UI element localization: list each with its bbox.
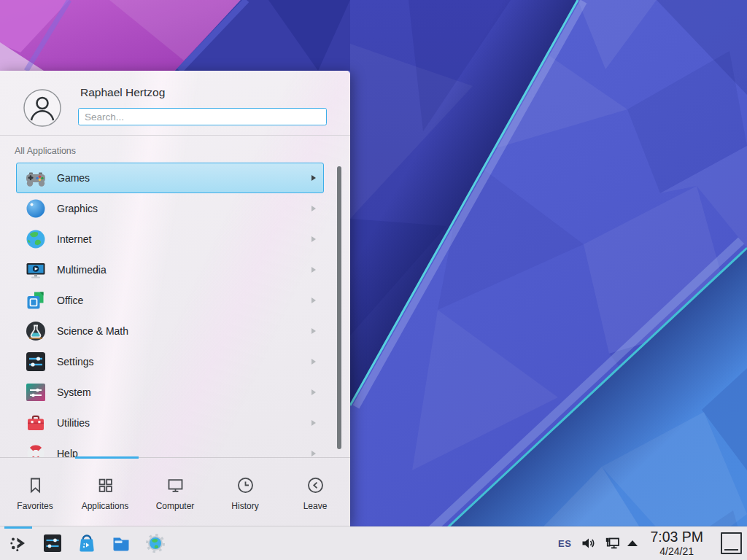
lifebuoy-icon bbox=[24, 442, 47, 457]
submenu-arrow-icon bbox=[311, 175, 316, 181]
tab-label: Applications bbox=[82, 501, 129, 511]
submenu-arrow-icon bbox=[311, 267, 316, 273]
system-tray: ES bbox=[558, 530, 747, 557]
launcher-button[interactable] bbox=[6, 526, 31, 560]
tab-applications[interactable]: Applications bbox=[70, 459, 140, 526]
application-launcher: Raphael Hertzog All Applications Games bbox=[0, 71, 350, 526]
digital-clock[interactable]: 7:03 PM 4/24/21 bbox=[650, 530, 703, 557]
caret-up-icon bbox=[627, 540, 638, 546]
category-item-multimedia[interactable]: Multimedia bbox=[16, 254, 324, 285]
clock-icon bbox=[236, 475, 255, 495]
category-label: Office bbox=[57, 295, 311, 306]
submenu-arrow-icon bbox=[311, 206, 316, 211]
submenu-arrow-icon bbox=[311, 298, 316, 303]
search-input[interactable] bbox=[78, 108, 327, 125]
volume-tray-item[interactable] bbox=[580, 536, 596, 551]
leave-circle-icon bbox=[306, 475, 325, 495]
category-label: Internet bbox=[57, 233, 311, 245]
user-name: Raphael Hertzog bbox=[80, 86, 165, 99]
tab-history[interactable]: History bbox=[210, 459, 280, 526]
speaker-icon bbox=[580, 536, 596, 551]
submenu-arrow-icon bbox=[311, 236, 316, 242]
category-item-graphics[interactable]: Graphics bbox=[16, 193, 324, 224]
category-label: Utilities bbox=[57, 417, 311, 429]
user-avatar-icon[interactable] bbox=[23, 89, 61, 127]
active-tab-indicator bbox=[75, 456, 139, 459]
submenu-arrow-icon bbox=[311, 420, 316, 426]
network-tray-item[interactable] bbox=[604, 536, 621, 551]
discover-icon bbox=[76, 532, 98, 554]
tab-computer[interactable]: Computer bbox=[140, 459, 210, 526]
keyboard-layout-indicator[interactable]: ES bbox=[558, 538, 571, 549]
category-label: Multimedia bbox=[57, 264, 311, 276]
category-item-office[interactable]: Office bbox=[16, 285, 324, 316]
clock-time: 7:03 PM bbox=[650, 530, 703, 545]
tabbar-divider bbox=[0, 457, 350, 458]
submenu-arrow-icon bbox=[311, 389, 316, 395]
globe-gear-icon bbox=[144, 532, 166, 554]
category-label: Science & Math bbox=[57, 325, 311, 337]
task-discover[interactable] bbox=[74, 526, 99, 560]
header-divider bbox=[0, 135, 350, 136]
category-label: Games bbox=[57, 172, 311, 184]
kde-logo-icon bbox=[7, 532, 29, 554]
flask-icon bbox=[24, 319, 47, 343]
tab-label: Computer bbox=[156, 501, 195, 511]
category-label: System bbox=[57, 386, 311, 398]
gamepad-icon bbox=[24, 166, 47, 190]
category-label: Graphics bbox=[57, 203, 311, 214]
system-settings-icon bbox=[42, 532, 63, 554]
network-icon bbox=[604, 536, 621, 551]
sliders-dark-icon bbox=[24, 350, 47, 373]
active-task-indicator bbox=[4, 526, 32, 529]
tab-label: Favorites bbox=[17, 501, 53, 511]
category-item-internet[interactable]: Internet bbox=[16, 224, 324, 254]
globe-icon bbox=[24, 228, 47, 251]
category-item-help[interactable]: Help bbox=[16, 438, 324, 457]
task-web-browser[interactable] bbox=[143, 526, 168, 560]
launcher-tabbar: Favorites Applications Computer bbox=[0, 459, 350, 526]
tab-label: Leave bbox=[303, 501, 328, 511]
clock-date: 4/24/21 bbox=[650, 546, 703, 556]
show-desktop-button[interactable] bbox=[721, 532, 742, 554]
category-item-utilities[interactable]: Utilities bbox=[16, 408, 324, 438]
toolbox-icon bbox=[24, 411, 47, 435]
category-item-system[interactable]: System bbox=[16, 377, 324, 408]
paint-ball-icon bbox=[24, 197, 47, 220]
tab-leave[interactable]: Leave bbox=[280, 459, 350, 526]
task-system-settings[interactable] bbox=[40, 526, 65, 560]
media-screen-icon bbox=[24, 258, 47, 281]
desktop: Raphael Hertzog All Applications Games bbox=[0, 0, 747, 560]
category-label: Settings bbox=[57, 356, 311, 368]
sliders-color-icon bbox=[24, 381, 47, 404]
tab-label: History bbox=[231, 501, 258, 511]
bookmark-icon bbox=[26, 475, 45, 495]
submenu-arrow-icon bbox=[311, 359, 316, 365]
monitor-icon bbox=[166, 475, 185, 495]
tab-favorites[interactable]: Favorites bbox=[0, 459, 70, 526]
category-item-games[interactable]: Games bbox=[16, 163, 324, 193]
grid-icon bbox=[96, 475, 115, 495]
documents-icon bbox=[24, 289, 47, 312]
category-item-science-math[interactable]: Science & Math bbox=[16, 316, 324, 346]
folder-icon bbox=[110, 532, 132, 554]
submenu-arrow-icon bbox=[311, 328, 316, 334]
category-item-settings[interactable]: Settings bbox=[16, 346, 324, 377]
task-file-manager[interactable] bbox=[109, 526, 133, 560]
tray-expander[interactable] bbox=[627, 540, 638, 546]
submenu-arrow-icon bbox=[311, 451, 316, 456]
category-list: Games Graphics bbox=[0, 163, 350, 457]
list-scrollbar[interactable] bbox=[337, 166, 341, 449]
taskbar: ES bbox=[0, 526, 747, 560]
section-label: All Applications bbox=[15, 146, 76, 156]
